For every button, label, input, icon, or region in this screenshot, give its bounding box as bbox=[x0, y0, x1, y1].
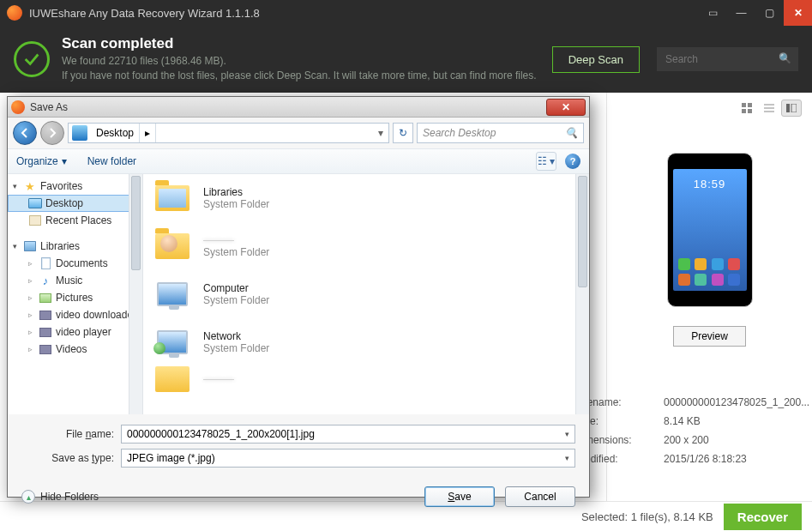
selection-status: Selected: 1 file(s), 8.14 KB bbox=[581, 510, 713, 523]
scrollbar-thumb[interactable] bbox=[578, 176, 587, 287]
chevron-down-icon[interactable]: ▾ bbox=[565, 430, 569, 438]
view-preview-button[interactable] bbox=[781, 100, 802, 117]
scrollbar-thumb[interactable] bbox=[131, 176, 141, 270]
collapse-icon: ▴ bbox=[21, 490, 35, 504]
video-icon bbox=[39, 311, 51, 320]
breadcrumb-bar[interactable]: Desktop ▸ ▾ bbox=[68, 123, 389, 143]
save-as-dialog: Save As ✕ Desktop ▸ ▾ ↻ Search Desktop 🔍… bbox=[7, 96, 590, 498]
pictures-icon bbox=[39, 293, 51, 303]
dialog-title: Save As bbox=[30, 101, 546, 113]
network-icon bbox=[157, 330, 188, 354]
search-input[interactable] bbox=[657, 47, 798, 71]
nav-tree[interactable]: ▾★Favorites Desktop Recent Places ▾Libra… bbox=[8, 174, 143, 414]
breadcrumb-dropdown-icon[interactable]: ▾ bbox=[373, 127, 388, 139]
window-minimize-button[interactable]: — bbox=[727, 0, 755, 26]
desktop-icon bbox=[28, 198, 42, 208]
file-item-folder[interactable]: ——— bbox=[143, 366, 589, 392]
app-title: IUWEshare Any Data Recovery Wizard 1.1.1… bbox=[29, 7, 699, 20]
tree-pictures[interactable]: ▹Pictures bbox=[8, 289, 142, 306]
computer-icon bbox=[157, 282, 188, 306]
file-item-computer[interactable]: ComputerSystem Folder bbox=[143, 270, 589, 318]
dialog-search-placeholder: Search Desktop bbox=[423, 127, 496, 139]
scan-tip: If you have not found the lost files, pl… bbox=[62, 69, 537, 83]
refresh-button[interactable]: ↻ bbox=[393, 123, 413, 143]
scan-complete-icon bbox=[14, 41, 50, 77]
svg-rect-0 bbox=[742, 103, 746, 107]
deep-scan-button[interactable]: Deep Scan bbox=[552, 46, 640, 73]
meta-dim-val: 200 x 200 bbox=[664, 434, 709, 446]
files-scrollbar[interactable] bbox=[575, 174, 589, 414]
music-icon: ♪ bbox=[39, 275, 52, 287]
preview-button[interactable]: Preview bbox=[673, 326, 746, 347]
file-item-libraries[interactable]: LibrariesSystem Folder bbox=[143, 174, 589, 222]
file-list[interactable]: LibrariesSystem Folder ———System Folder … bbox=[143, 174, 589, 414]
scan-heading: Scan completed bbox=[62, 35, 537, 52]
hide-folders-toggle[interactable]: ▴Hide Folders bbox=[21, 490, 99, 504]
file-item-network[interactable]: NetworkSystem Folder bbox=[143, 318, 589, 366]
folder-icon bbox=[155, 366, 189, 392]
preview-image: 18:59 bbox=[667, 153, 753, 307]
file-item-user[interactable]: ———System Folder bbox=[143, 222, 589, 270]
desktop-icon bbox=[72, 125, 87, 141]
dialog-close-button[interactable]: ✕ bbox=[546, 99, 586, 116]
document-icon bbox=[41, 257, 51, 269]
window-close-button[interactable]: ✕ bbox=[784, 0, 812, 26]
filename-label: File name: bbox=[44, 428, 114, 440]
view-grid-button[interactable] bbox=[737, 100, 757, 117]
search-box[interactable]: 🔍 bbox=[657, 47, 798, 71]
video-icon bbox=[39, 345, 51, 354]
meta-filename-key: lename: bbox=[585, 396, 664, 408]
nav-forward-button[interactable] bbox=[40, 121, 64, 145]
libraries-folder-icon bbox=[155, 185, 189, 211]
meta-size-key: ze: bbox=[585, 415, 664, 427]
svg-rect-8 bbox=[791, 104, 797, 112]
window-maximize-button[interactable]: ▢ bbox=[755, 0, 784, 26]
cancel-button[interactable]: Cancel bbox=[505, 486, 575, 507]
dialog-header[interactable]: Save As ✕ bbox=[8, 97, 589, 118]
tree-scrollbar[interactable] bbox=[129, 174, 142, 414]
star-icon: ★ bbox=[23, 180, 37, 192]
meta-dim-key: mensions: bbox=[585, 434, 664, 446]
recent-icon bbox=[29, 215, 41, 226]
view-list-button[interactable] bbox=[759, 100, 779, 117]
tree-favorites[interactable]: ▾★Favorites bbox=[8, 178, 142, 195]
view-mode-button[interactable]: ☷ ▾ bbox=[536, 152, 556, 171]
filetype-select[interactable]: JPEG image (*.jpg)▾ bbox=[121, 449, 575, 468]
chevron-down-icon[interactable]: ▾ bbox=[565, 454, 569, 462]
tree-documents[interactable]: ▹Documents bbox=[8, 255, 142, 272]
save-button[interactable]: Save bbox=[424, 486, 495, 507]
tree-desktop[interactable]: Desktop bbox=[8, 195, 142, 212]
recover-button[interactable]: Recover bbox=[724, 504, 802, 530]
tree-video-player[interactable]: ▹video player bbox=[8, 323, 142, 341]
breadcrumb-chevron-icon[interactable]: ▸ bbox=[140, 124, 156, 142]
svg-rect-2 bbox=[742, 109, 746, 113]
scan-header: Scan completed We found 22710 files (196… bbox=[0, 26, 812, 93]
app-logo-icon bbox=[7, 5, 22, 21]
filetype-label: Save as type: bbox=[44, 452, 114, 464]
tree-libraries[interactable]: ▾Libraries bbox=[8, 238, 142, 255]
new-folder-button[interactable]: New folder bbox=[87, 155, 136, 167]
help-button[interactable]: ? bbox=[565, 154, 580, 169]
organize-menu[interactable]: Organize ▾ bbox=[16, 155, 67, 167]
libraries-icon bbox=[24, 241, 36, 251]
video-icon bbox=[39, 328, 51, 337]
tree-music[interactable]: ▹♪Music bbox=[8, 272, 142, 289]
dialog-search-box[interactable]: Search Desktop 🔍 bbox=[417, 123, 584, 143]
tree-videos[interactable]: ▹Videos bbox=[8, 341, 142, 358]
svg-rect-3 bbox=[748, 109, 752, 113]
nav-back-button[interactable] bbox=[13, 121, 37, 145]
chevron-down-icon: ▾ bbox=[62, 155, 67, 167]
svg-rect-7 bbox=[786, 104, 790, 112]
tree-video-downloader[interactable]: ▹video downloader bbox=[8, 306, 142, 323]
user-folder-icon bbox=[155, 233, 189, 259]
svg-rect-1 bbox=[748, 103, 752, 107]
meta-mod-val: 2015/1/26 8:18:23 bbox=[664, 453, 747, 465]
filename-input[interactable]: 000000000123478025_1_200x200[1].jpg▾ bbox=[121, 425, 575, 444]
meta-mod-key: odified: bbox=[585, 453, 664, 465]
window-tray-button[interactable]: ▭ bbox=[699, 0, 727, 26]
breadcrumb-desktop[interactable]: Desktop bbox=[91, 124, 140, 142]
scan-summary: We found 22710 files (1968.46 MB). bbox=[62, 54, 537, 69]
meta-size-val: 8.14 KB bbox=[664, 415, 701, 427]
tree-recent-places[interactable]: Recent Places bbox=[8, 212, 142, 229]
search-icon: 🔍 bbox=[565, 127, 578, 139]
